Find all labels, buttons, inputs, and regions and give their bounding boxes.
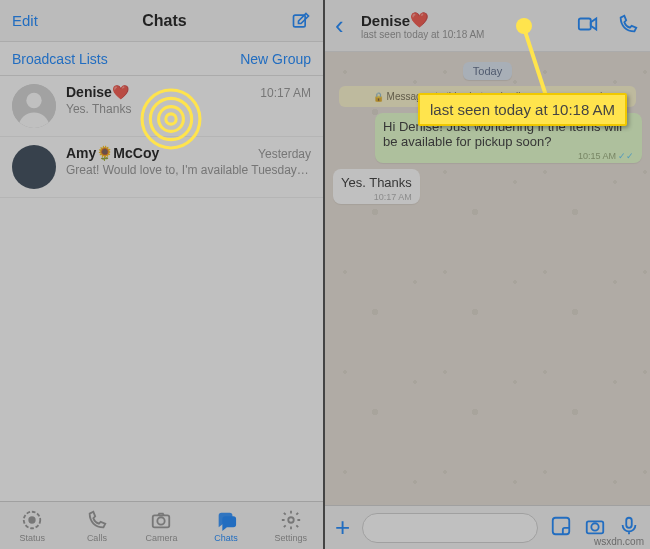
chat-name: Amy🌻McCoy (66, 145, 159, 161)
svg-point-4 (30, 517, 36, 523)
tab-bar: Status Calls Camera Chats Settings (0, 501, 323, 549)
svg-rect-13 (553, 517, 570, 534)
chats-list-screen: Edit Chats Broadcast Lists New Group Den… (0, 0, 325, 549)
back-icon[interactable]: ‹ (335, 10, 355, 41)
svg-point-7 (288, 517, 294, 523)
svg-point-15 (591, 523, 598, 530)
chat-row-denise[interactable]: Denise❤️ Yes. Thanks 10:17 AM (0, 76, 323, 137)
contact-name: Denise (361, 12, 410, 29)
chats-header: Edit Chats (0, 0, 323, 42)
tab-label: Settings (274, 533, 307, 543)
svg-rect-12 (579, 18, 591, 29)
tab-camera[interactable]: Camera (129, 502, 194, 549)
chats-subheader: Broadcast Lists New Group (0, 42, 323, 76)
chats-title: Chats (142, 12, 186, 30)
edit-button[interactable]: Edit (12, 12, 38, 29)
chat-preview: Great! Would love to, I'm available Tues… (66, 163, 311, 177)
message-time: 10:17 AM (374, 192, 412, 202)
svg-rect-16 (626, 517, 632, 527)
chat-row-amy[interactable]: Amy🌻McCoy Great! Would love to, I'm avai… (0, 137, 323, 198)
heart-icon: ❤️ (112, 84, 129, 100)
new-group-link[interactable]: New Group (240, 51, 311, 67)
compose-icon[interactable] (291, 11, 311, 31)
tab-status[interactable]: Status (0, 502, 65, 549)
chat-time: 10:17 AM (260, 86, 311, 100)
watermark: wsxdn.com (594, 536, 644, 547)
chat-time: Yesterday (258, 147, 311, 161)
message-incoming[interactable]: Yes. Thanks 10:17 AM (333, 169, 420, 204)
avatar (12, 84, 56, 128)
attach-icon[interactable]: + (335, 512, 350, 543)
tab-settings[interactable]: Settings (258, 502, 323, 549)
tab-label: Calls (87, 533, 107, 543)
thread-header: ‹ Denise❤️ last seen today at 10:18 AM (325, 0, 650, 52)
svg-point-2 (26, 93, 41, 108)
tab-label: Status (20, 533, 46, 543)
chat-preview: Yes. Thanks (66, 102, 311, 116)
tab-chats[interactable]: Chats (194, 502, 259, 549)
tab-calls[interactable]: Calls (65, 502, 130, 549)
callout-box: last seen today at 10:18 AM (418, 93, 627, 126)
message-input[interactable] (362, 513, 538, 543)
heart-icon: ❤️ (410, 11, 429, 29)
message-time: 10:15 AM✓✓ (578, 151, 634, 161)
tab-label: Chats (214, 533, 238, 543)
broadcast-lists-link[interactable]: Broadcast Lists (12, 51, 108, 67)
chat-list: Denise❤️ Yes. Thanks 10:17 AM Amy🌻McCoy … (0, 76, 323, 198)
sticker-icon[interactable] (550, 515, 572, 541)
avatar (12, 145, 56, 189)
chat-thread-screen: ‹ Denise❤️ last seen today at 10:18 AM T… (325, 0, 650, 549)
voice-call-icon[interactable] (616, 13, 640, 39)
message-text: Yes. Thanks (341, 175, 412, 190)
callout-anchor (516, 18, 532, 34)
chat-name: Denise (66, 84, 112, 100)
svg-point-6 (158, 517, 165, 524)
read-ticks-icon: ✓✓ (618, 151, 634, 161)
tab-label: Camera (145, 533, 177, 543)
video-call-icon[interactable] (576, 13, 600, 39)
